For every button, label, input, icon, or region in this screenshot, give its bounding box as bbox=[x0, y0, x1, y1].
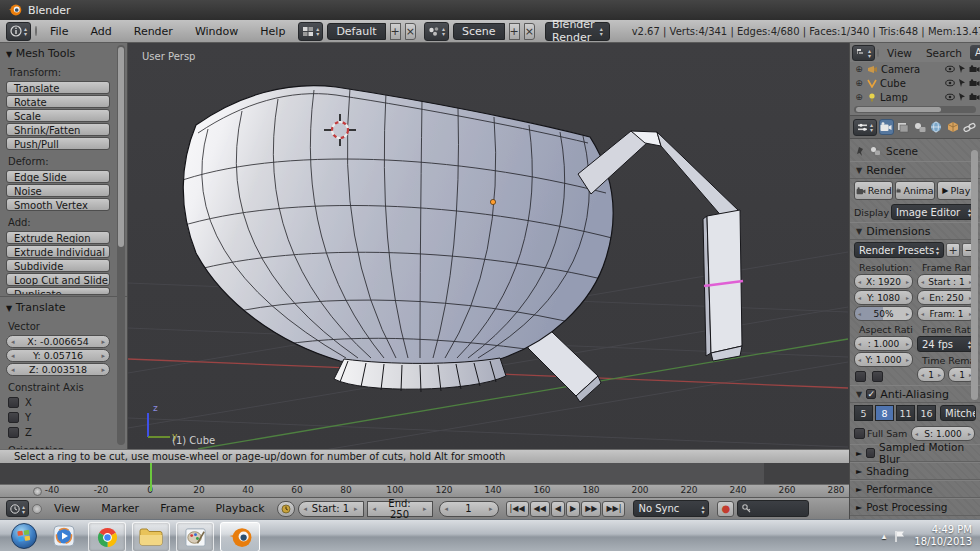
render-button[interactable]: Rend bbox=[854, 181, 893, 200]
timeline-menu-frame[interactable]: Frame bbox=[151, 502, 203, 515]
renderability-camera-icon[interactable] bbox=[969, 79, 980, 87]
samples-8-button[interactable]: 8 bbox=[875, 405, 894, 421]
scene-selector[interactable] bbox=[424, 22, 449, 41]
timeline-start-field[interactable]: Start: 1 bbox=[298, 501, 364, 517]
jump-to-start-button[interactable]: |◀◀ bbox=[506, 501, 529, 517]
previous-keyframe-button[interactable]: ◀◀ bbox=[530, 501, 550, 517]
ruler-knob[interactable] bbox=[33, 487, 42, 496]
visibility-eye-icon[interactable] bbox=[945, 93, 955, 101]
scene-name-field[interactable]: Scene bbox=[453, 23, 505, 40]
taskbar-chrome[interactable] bbox=[88, 522, 126, 551]
duplicate-button[interactable]: Duplicate bbox=[6, 287, 110, 295]
current-frame-marker[interactable] bbox=[150, 463, 152, 491]
render-tab[interactable] bbox=[879, 119, 894, 135]
selectability-cursor-icon[interactable] bbox=[958, 65, 966, 74]
outliner-row-cube[interactable]: Cube bbox=[850, 76, 980, 90]
post-processing-section[interactable]: ►Post Processing bbox=[850, 498, 980, 516]
push-pull-button[interactable]: Push/Pull bbox=[6, 137, 110, 150]
dimensions-section-header[interactable]: ▼Dimensions bbox=[850, 222, 980, 240]
smooth-vertex-button[interactable]: Smooth Vertex bbox=[6, 198, 110, 211]
taskbar-explorer[interactable] bbox=[132, 522, 170, 551]
expand-icon[interactable] bbox=[854, 64, 864, 74]
expand-icon[interactable] bbox=[854, 92, 864, 102]
menu-add[interactable]: Add bbox=[81, 25, 120, 38]
taskbar-blender[interactable] bbox=[220, 522, 260, 551]
resolution-y-field[interactable]: Y: 1080 bbox=[854, 290, 913, 305]
aa-filter-dropdown[interactable]: Mitchell- bbox=[940, 405, 976, 421]
play-reverse-button[interactable]: ◀ bbox=[551, 501, 565, 517]
outliner-display-mode-dropdown[interactable]: All bbox=[970, 45, 980, 60]
translate-button[interactable]: Translate bbox=[6, 81, 110, 94]
timeline-end-field[interactable]: End: 250 bbox=[367, 501, 433, 517]
add-scene-button[interactable]: + bbox=[509, 23, 520, 40]
world-tab[interactable] bbox=[929, 119, 944, 135]
menu-render[interactable]: Render bbox=[125, 25, 182, 38]
outliner-row-camera[interactable]: Camera bbox=[850, 62, 980, 76]
resolution-percentage-slider[interactable]: 50% bbox=[854, 306, 913, 321]
anti-aliasing-checkbox[interactable]: ✓ bbox=[866, 389, 876, 399]
full-sample-checkbox[interactable] bbox=[854, 428, 865, 439]
extrude-individual-button[interactable]: Extrude Individual bbox=[6, 245, 110, 258]
menu-file[interactable]: File bbox=[41, 25, 77, 38]
taskbar-clock[interactable]: 4:49 PM 18/10/2013 bbox=[914, 524, 976, 548]
timeline-editor-selector[interactable] bbox=[6, 500, 29, 517]
menu-window[interactable]: Window bbox=[186, 25, 247, 38]
start-button[interactable] bbox=[8, 522, 40, 550]
constraints-tab[interactable] bbox=[962, 119, 977, 135]
remap-old-field[interactable]: 1 bbox=[917, 367, 945, 382]
outliner-menu-view[interactable]: View bbox=[881, 47, 918, 59]
frame-step-field[interactable]: Fram: 1 bbox=[917, 306, 976, 321]
samples-11-button[interactable]: 11 bbox=[896, 405, 915, 421]
frame-end-field[interactable]: En: 250 bbox=[917, 290, 976, 305]
loop-cut-button[interactable]: Loop Cut and Slide bbox=[6, 273, 110, 286]
timeline-ruler[interactable]: -40 -20 0 20 40 60 80 100 120 140 160 18… bbox=[0, 484, 849, 497]
use-preview-range-button[interactable] bbox=[277, 501, 295, 517]
editor-type-selector[interactable] bbox=[6, 22, 31, 41]
subdivide-button[interactable]: Subdivide bbox=[6, 259, 110, 272]
play-button[interactable]: ▶ bbox=[566, 501, 580, 517]
taskbar-media-player[interactable] bbox=[46, 522, 82, 550]
crop-checkbox[interactable] bbox=[872, 371, 883, 382]
samples-5-button[interactable]: 5 bbox=[854, 405, 873, 421]
sync-mode-dropdown[interactable]: No Sync bbox=[633, 500, 709, 517]
border-checkbox[interactable] bbox=[855, 371, 866, 382]
breadcrumb-scene-label[interactable]: Scene bbox=[886, 145, 918, 157]
next-keyframe-button[interactable]: ▶▶ bbox=[581, 501, 601, 517]
pin-icon[interactable] bbox=[856, 146, 865, 157]
animation-button[interactable]: Anima bbox=[895, 181, 934, 200]
3d-viewport[interactable]: User Persp z y (1) Cube bbox=[128, 43, 849, 449]
motion-blur-checkbox[interactable] bbox=[866, 448, 875, 458]
object-tab[interactable] bbox=[946, 119, 961, 135]
timeline-menu-playback[interactable]: Playback bbox=[206, 502, 273, 515]
samples-16-button[interactable]: 16 bbox=[917, 405, 936, 421]
collapse-menus-toggle[interactable] bbox=[35, 26, 37, 36]
render-section-header[interactable]: ▼Render bbox=[850, 161, 980, 179]
outliner-row-lamp[interactable]: Lamp bbox=[850, 90, 980, 104]
collapse-menus-toggle[interactable] bbox=[877, 49, 879, 57]
show-hidden-icons-button[interactable]: ▴ bbox=[882, 531, 887, 541]
jump-to-end-button[interactable]: ▶▶| bbox=[602, 501, 625, 517]
menu-help[interactable]: Help bbox=[251, 25, 294, 38]
selectability-cursor-icon[interactable] bbox=[958, 93, 966, 102]
frame-rate-dropdown[interactable]: 24 fps bbox=[917, 336, 976, 352]
taskbar-paint[interactable] bbox=[176, 522, 214, 551]
action-center-flag-icon[interactable] bbox=[894, 530, 906, 543]
render-presets-dropdown[interactable]: Render Presets bbox=[854, 242, 944, 258]
anti-aliasing-section-header[interactable]: ▼ ✓ Anti-Aliasing bbox=[850, 385, 980, 403]
delete-scene-button[interactable]: × bbox=[524, 23, 535, 40]
renderability-camera-icon[interactable] bbox=[969, 93, 980, 101]
add-preset-button[interactable]: + bbox=[946, 243, 960, 257]
properties-scrollbar[interactable] bbox=[971, 150, 978, 400]
visibility-eye-icon[interactable] bbox=[945, 65, 955, 73]
render-layers-tab[interactable] bbox=[896, 119, 911, 135]
mesh-tools-panel-header[interactable]: ▼ Mesh Tools bbox=[0, 43, 127, 62]
add-layout-button[interactable]: + bbox=[390, 23, 401, 40]
layout-name-field[interactable]: Default bbox=[327, 23, 385, 40]
performance-section[interactable]: ►Performance bbox=[850, 480, 980, 498]
resolution-x-field[interactable]: X: 1920 bbox=[854, 274, 913, 289]
keying-set-field[interactable] bbox=[737, 500, 809, 517]
tool-shelf-scrollbar-thumb[interactable] bbox=[118, 47, 124, 247]
edge-slide-button[interactable]: Edge Slide bbox=[6, 170, 110, 183]
vector-x-field[interactable]: X: -0.006654 bbox=[6, 335, 110, 348]
timeline-menu-marker[interactable]: Marker bbox=[92, 502, 148, 515]
